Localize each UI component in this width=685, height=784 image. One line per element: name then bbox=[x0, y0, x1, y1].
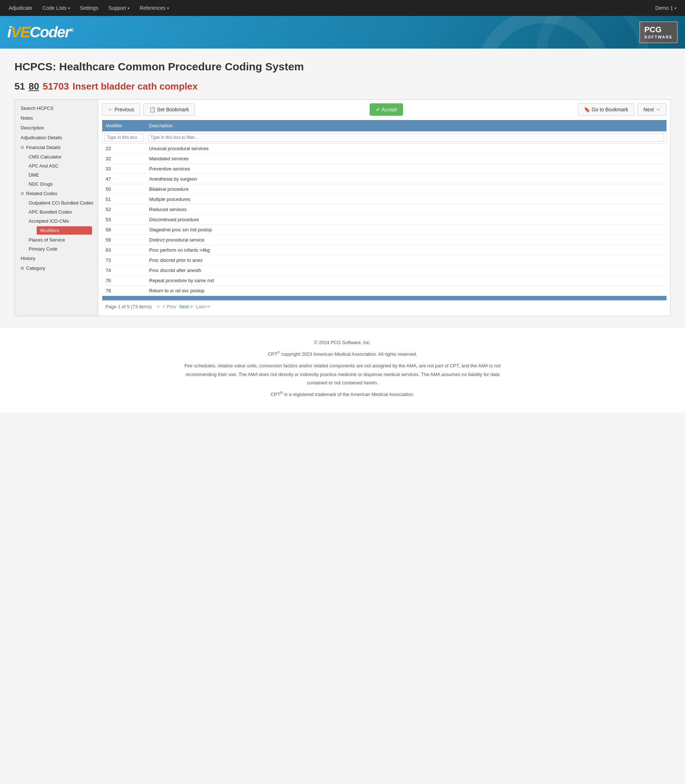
description-cell: Repeat procedure by same md bbox=[146, 276, 667, 286]
sidebar-label-search: Search HCPCS bbox=[21, 106, 53, 111]
description-cell: Return to or rel svc postop bbox=[146, 286, 667, 296]
sidebar-label-accepted-icd: Accepted ICD-CMs bbox=[29, 218, 69, 224]
pagination-first[interactable]: < bbox=[157, 304, 160, 309]
main-panel: ← Previous 📋 Set Bookmark ✔ Accept 🔖 Go … bbox=[98, 100, 670, 316]
sidebar-item-places[interactable]: Places of Service bbox=[26, 235, 98, 244]
footer: © 2024 PCG Software, Inc. CPT© copyright… bbox=[0, 327, 685, 413]
sidebar-item-outpatient[interactable]: Outpatient CCI Bundled Codes bbox=[26, 198, 98, 207]
sidebar-item-accepted-icd[interactable]: Accepted ICD-CMs bbox=[26, 216, 98, 226]
table-row[interactable]: 53 Discontinued procedure bbox=[102, 215, 667, 225]
sidebar-label-category: Category bbox=[26, 265, 45, 271]
nav-code-lists[interactable]: Code Lists ▾ bbox=[37, 0, 75, 16]
sidebar-item-apc-bundled[interactable]: APC Bundled Codes bbox=[26, 207, 98, 216]
description-filter-input[interactable] bbox=[148, 133, 664, 142]
references-dropdown-icon: ▾ bbox=[167, 6, 169, 10]
sidebar-label-apc-asc: APC And ASC bbox=[29, 163, 58, 169]
sidebar-item-primary-code[interactable]: Primary Code bbox=[26, 244, 98, 254]
sidebar-label-outpatient: Outpatient CCI Bundled Codes bbox=[29, 200, 94, 206]
financial-subitems: CMS Calculator APC And ASC DME NDC Drugs bbox=[15, 152, 98, 189]
previous-button[interactable]: ← Previous bbox=[102, 103, 140, 115]
sidebar-label-cms: CMS Calculator bbox=[29, 154, 62, 159]
footer-copyright: © 2024 PCG Software, Inc. bbox=[179, 338, 506, 346]
modifier-cell: 74 bbox=[102, 265, 146, 276]
sidebar-label-history: History bbox=[21, 255, 35, 261]
table-row[interactable]: 78 Return to or rel svc postop bbox=[102, 286, 667, 296]
set-bookmark-button[interactable]: 📋 Set Bookmark bbox=[143, 103, 195, 115]
nav-settings[interactable]: Settings bbox=[75, 0, 104, 16]
table-row[interactable]: 50 Bilateral procedure bbox=[102, 184, 667, 194]
demo-dropdown-icon: ▾ bbox=[675, 6, 676, 10]
sidebar-item-cms[interactable]: CMS Calculator bbox=[26, 152, 98, 161]
modifier-cell: 53 bbox=[102, 215, 146, 225]
sidebar-item-history[interactable]: History bbox=[15, 254, 98, 263]
table-row[interactable]: 58 Staged/rel proc sm md postop bbox=[102, 225, 667, 235]
description-cell: Preventive services bbox=[146, 164, 667, 174]
sidebar-item-ndc[interactable]: NDC Drugs bbox=[26, 179, 98, 189]
sidebar-item-category[interactable]: ⊞ Category bbox=[15, 263, 98, 273]
sidebar-item-financial[interactable]: ⊟ Financial Details bbox=[15, 143, 98, 152]
sidebar-label-notes: Notes bbox=[21, 115, 33, 121]
selected-table-row[interactable] bbox=[102, 296, 667, 301]
modifier-filter-input[interactable] bbox=[104, 133, 143, 142]
table-row[interactable]: 73 Proc discntd prior to anes bbox=[102, 255, 667, 265]
sidebar-label-adjudication: Adjudication Details bbox=[21, 135, 62, 140]
modifier-cell-selected bbox=[102, 296, 667, 301]
sidebar-label-description: Description bbox=[21, 125, 44, 130]
content-layout: Search HCPCS Notes Description Adjudicat… bbox=[15, 99, 670, 316]
pagination-bar: Page 1 of 5 (73 items) < < Prev Next > L… bbox=[102, 301, 667, 312]
support-dropdown-icon: ▾ bbox=[128, 6, 129, 10]
sidebar-item-adjudication[interactable]: Adjudication Details bbox=[15, 133, 98, 143]
logo-ve: VE bbox=[11, 24, 30, 41]
pagination-next[interactable]: Next > bbox=[179, 304, 193, 309]
table-row[interactable]: 22 Unusual procedural services bbox=[102, 143, 667, 154]
modifier-cell: 22 bbox=[102, 143, 146, 154]
modifier-cell: 47 bbox=[102, 174, 146, 184]
table-row[interactable]: 74 Proc discntd after anesth bbox=[102, 265, 667, 276]
table-row[interactable]: 59 Distinct procedural service bbox=[102, 235, 667, 245]
nav-support[interactable]: Support ▾ bbox=[103, 0, 135, 16]
nav-adjudicate[interactable]: Adjudicate bbox=[3, 0, 37, 16]
description-cell: Bilateral procedure bbox=[146, 184, 667, 194]
sidebar-item-description[interactable]: Description bbox=[15, 123, 98, 133]
description-cell: Anesthesia by surgeon bbox=[146, 174, 667, 184]
table-row[interactable]: 51 Multiple procedures bbox=[102, 194, 667, 205]
table-row[interactable]: 63 Proc perform on infants <4kg bbox=[102, 245, 667, 255]
description-cell: Proc discntd after anesth bbox=[146, 265, 667, 276]
description-cell: Distinct procedural service bbox=[146, 235, 667, 245]
nav-demo-user[interactable]: Demo 1 ▾ bbox=[650, 0, 682, 16]
top-navigation: Adjudicate Code Lists ▾ Settings Support… bbox=[0, 0, 685, 16]
pagination-last[interactable]: Last>> bbox=[196, 304, 210, 309]
accept-button[interactable]: ✔ Accept bbox=[370, 103, 403, 115]
sidebar: Search HCPCS Notes Description Adjudicat… bbox=[15, 100, 98, 316]
sidebar-item-dme[interactable]: DME bbox=[26, 171, 98, 179]
table-row[interactable]: 52 Reduced services bbox=[102, 205, 667, 215]
header-banner: iVECoder® PCG SOFTWARE bbox=[0, 16, 685, 49]
sidebar-item-apc-asc[interactable]: APC And ASC bbox=[26, 161, 98, 171]
category-collapse-icon: ⊞ bbox=[21, 266, 24, 270]
goto-bookmark-button[interactable]: 🔖 Go to Bookmark bbox=[578, 103, 634, 115]
table-row[interactable]: 32 Mandated services bbox=[102, 154, 667, 164]
table-row[interactable]: 33 Preventive services bbox=[102, 164, 667, 174]
financial-collapse-icon: ⊟ bbox=[21, 145, 24, 150]
filter-row bbox=[102, 132, 667, 143]
sidebar-item-search-hcpcs[interactable]: Search HCPCS bbox=[15, 103, 98, 113]
col-modifier: Modifier bbox=[102, 120, 146, 132]
sidebar-item-related-codes[interactable]: ⊟ Related Codes bbox=[15, 189, 98, 198]
sidebar-label-places: Places of Service bbox=[29, 237, 65, 242]
sidebar-item-modifiers[interactable]: Modifiers bbox=[37, 226, 92, 234]
next-button[interactable]: Next → bbox=[637, 103, 667, 115]
sidebar-item-notes[interactable]: Notes bbox=[15, 113, 98, 123]
logo: iVECoder® bbox=[7, 24, 73, 41]
code-num-80: 80 bbox=[29, 81, 39, 92]
logo-coder: Coder bbox=[30, 24, 70, 41]
pagination-prev[interactable]: < Prev bbox=[163, 304, 177, 309]
description-cell: Proc discntd prior to anes bbox=[146, 255, 667, 265]
nav-references[interactable]: References ▾ bbox=[135, 0, 174, 16]
table-row[interactable]: 76 Repeat procedure by same md bbox=[102, 276, 667, 286]
modifier-cell: 32 bbox=[102, 154, 146, 164]
logo-reg: ® bbox=[70, 27, 73, 33]
action-buttons: ← Previous 📋 Set Bookmark ✔ Accept 🔖 Go … bbox=[102, 103, 667, 115]
table-row[interactable]: 47 Anesthesia by surgeon bbox=[102, 174, 667, 184]
logo-text: iVECoder® bbox=[7, 24, 73, 41]
description-cell: Staged/rel proc sm md postop bbox=[146, 225, 667, 235]
